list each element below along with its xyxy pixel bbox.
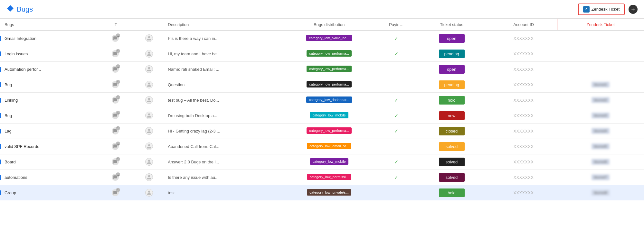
bugs-dist-cell: category_low_mobile (279, 108, 379, 123)
name-col-inner: automations (0, 175, 91, 180)
account-id-cell: XXXXXXX (490, 170, 557, 185)
paying-cell: ✓ (380, 46, 413, 61)
status-badge: open (439, 34, 465, 43)
ticket-status-cell: pending (413, 46, 490, 61)
zendesk-ticket-cell: blurred6 (557, 154, 644, 170)
description-text: Name: rafi shaked Email: ... (168, 67, 219, 72)
tag-pill: category_low_performa... (307, 66, 352, 72)
paying-cell: ✓ (380, 154, 413, 170)
add-icon: + (631, 6, 635, 13)
bugs-dist-cell: category_low_performa... (279, 77, 379, 92)
it-cell: 1 (96, 108, 134, 123)
zendesk-ticket-button[interactable]: Z Zendesk Ticket (578, 4, 625, 15)
avatar (145, 127, 153, 135)
zendesk-ticket-cell: blurred3 (557, 108, 644, 123)
row-name: Login issues (5, 51, 28, 56)
table-row[interactable]: Login issues 1 Hi, my team and I have be… (0, 46, 644, 61)
table-row[interactable]: Lag 1 Hi - Getting crazy lag (2-3 ...cat… (0, 123, 644, 139)
tag-pill: category_low_mobile (310, 158, 348, 165)
name-col-inner: Gmail Integration (0, 36, 91, 41)
name-cell-td: Automation perfor... (0, 61, 96, 77)
table-row[interactable]: Board 1 Answer: 2.0 Bugs on the i...cate… (0, 154, 644, 170)
description-cell: Is there any issue with au... (163, 170, 279, 185)
it-cell: 1 (96, 123, 134, 139)
paying-cell (380, 185, 413, 200)
account-id-cell: XXXXXXX (490, 31, 557, 46)
account-id-cell: XXXXXXX (490, 77, 557, 92)
account-id-value: XXXXXXX (514, 129, 534, 133)
chat-badge-num: 1 (116, 157, 120, 161)
tag-pill: category_low_twillio_no... (306, 35, 352, 41)
chat-badge-num: 1 (116, 33, 120, 38)
account-id-value: XXXXXXX (514, 52, 534, 56)
avatar (145, 158, 153, 166)
ticket-status-cell: solved (413, 170, 490, 185)
zendesk-ticket-cell (557, 46, 644, 61)
account-id-cell: XXXXXXX (490, 61, 557, 77)
name-cell-td: Board (0, 154, 96, 170)
table-row[interactable]: Bug 1 I'm using both Desktop a...categor… (0, 108, 644, 123)
it-cell: 1 (96, 170, 134, 185)
table-row[interactable]: Bug 1 Questioncategory_low_performa...pe… (0, 77, 644, 92)
ticket-status-cell: new (413, 108, 490, 123)
description-text: Hi - Getting crazy lag (2-3 ... (168, 129, 220, 133)
paying-cell (380, 139, 413, 154)
zendesk-btn-label: Zendesk Ticket (592, 7, 620, 12)
table-header-row: Bugs IT Description Bugs distribution Pa… (0, 19, 644, 31)
description-text: Hi, my team and I have be... (168, 51, 220, 56)
row-blue-bar (0, 175, 1, 180)
bugs-diamond-icon (6, 5, 14, 14)
bugs-dist-cell: category_low_twillio_no... (279, 31, 379, 46)
chat-badge: 1 (112, 189, 119, 196)
header: Bugs Z Zendesk Ticket + (0, 0, 644, 19)
row-blue-bar (0, 113, 1, 118)
assignee-cell (135, 170, 164, 185)
row-name: Group (5, 190, 16, 195)
it-cell: 1 (96, 46, 134, 61)
status-badge: solved (439, 173, 465, 182)
table-row[interactable]: Linking 1 test bug – All the best, Do...… (0, 92, 644, 108)
description-cell: Pls is there a way i can in... (163, 31, 279, 46)
account-id-value: XXXXXXX (514, 144, 534, 149)
row-blue-bar (0, 82, 1, 87)
description-text: Question (168, 82, 185, 87)
description-cell: I'm using both Desktop a... (163, 108, 279, 123)
status-badge: solved (439, 142, 465, 151)
ticket-status-cell: open (413, 61, 490, 77)
col-header-description: Description (163, 19, 279, 31)
name-col-inner: Login issues (0, 51, 91, 56)
chat-badge-num: 1 (116, 188, 120, 192)
header-actions: Z Zendesk Ticket + (578, 4, 638, 15)
table-row[interactable]: Automation perfor... 1 Name: rafi shaked… (0, 61, 644, 77)
paying-cell: ✓ (380, 108, 413, 123)
tag-pill: category_low_private/s... (307, 189, 351, 196)
table-row[interactable]: valid SPF Records 1 Abandoned Call from:… (0, 139, 644, 154)
it-cell: 1 (96, 77, 134, 92)
check-icon: ✓ (394, 97, 398, 103)
ticket-status-cell: hold (413, 185, 490, 200)
account-id-cell: XXXXXXX (490, 92, 557, 108)
status-badge: solved (439, 158, 465, 166)
description-text: test bug – All the best, Do... (168, 98, 219, 103)
col-header-it: IT (96, 19, 134, 31)
table-row[interactable]: Group 1 testcategory_low_private/s...hol… (0, 185, 644, 200)
status-badge: open (439, 65, 465, 74)
ticket-status-cell: open (413, 31, 490, 46)
ticket-status-cell: closed (413, 123, 490, 139)
zendesk-ticket-cell: blurred5 (557, 139, 644, 154)
description-cell: Hi, my team and I have be... (163, 46, 279, 61)
description-text: I'm using both Desktop a... (168, 113, 217, 118)
table-row[interactable]: automations 1 Is there any issue with au… (0, 170, 644, 185)
zendesk-ticket-cell: blurred1 (557, 77, 644, 92)
table-row[interactable]: Gmail Integration 1 Pls is there a way i… (0, 31, 644, 46)
add-button[interactable]: + (629, 5, 638, 14)
account-id-cell: XXXXXXX (490, 46, 557, 61)
row-blue-bar (0, 67, 1, 72)
page-title: Bugs (17, 5, 33, 14)
status-badge: closed (439, 127, 465, 135)
zendesk-ticket-value: blurred5 (592, 143, 610, 149)
row-name: Board (5, 160, 16, 164)
avatar (145, 96, 153, 104)
name-cell-td: valid SPF Records (0, 139, 96, 154)
chat-badge: 1 (112, 112, 119, 119)
